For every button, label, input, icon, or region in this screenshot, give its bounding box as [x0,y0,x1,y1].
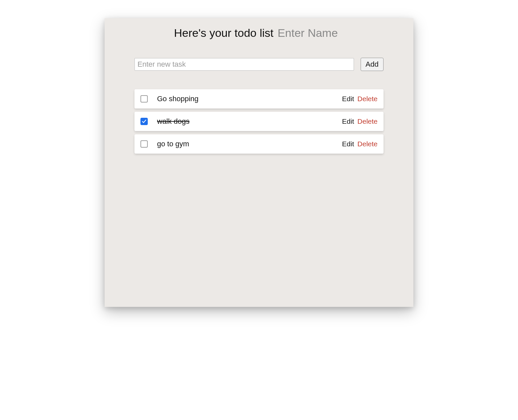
edit-button[interactable]: Edit [342,95,354,103]
task-actions: EditDelete [342,140,378,148]
new-task-input[interactable] [134,58,354,71]
task-checkbox[interactable] [140,95,148,103]
edit-button[interactable]: Edit [342,140,354,148]
delete-button[interactable]: Delete [357,117,378,125]
task-item: walk dogsEditDelete [134,112,384,131]
delete-button[interactable]: Delete [357,140,378,148]
task-item: go to gymEditDelete [134,134,384,154]
task-actions: EditDelete [342,117,378,125]
name-input[interactable] [278,27,344,39]
header: Here's your todo list [134,27,384,39]
task-checkbox[interactable] [140,118,148,125]
page-title: Here's your todo list [174,27,273,39]
task-item: Go shoppingEditDelete [134,89,384,108]
new-task-row: Add [134,58,384,71]
delete-button[interactable]: Delete [357,95,378,103]
todo-card: Here's your todo list Add Go shoppingEdi… [105,18,413,307]
task-label: walk dogs [157,117,333,126]
task-checkbox[interactable] [140,140,148,148]
task-list: Go shoppingEditDeletewalk dogsEditDelete… [134,89,384,154]
check-icon [142,119,146,124]
add-button[interactable]: Add [361,58,384,71]
task-label: go to gym [157,140,333,148]
task-actions: EditDelete [342,95,378,103]
task-label: Go shopping [157,95,333,103]
edit-button[interactable]: Edit [342,117,354,125]
